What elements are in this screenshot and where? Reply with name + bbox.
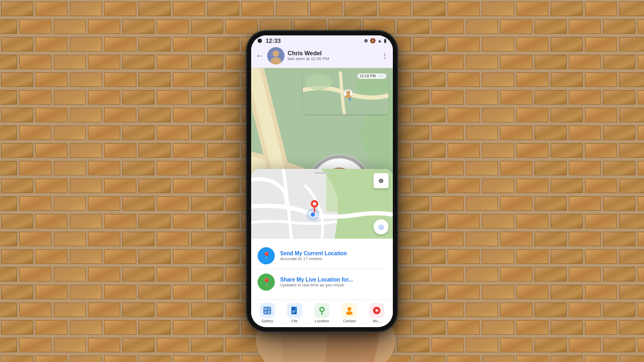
- location-options: 📍 Send My Current Location Accurate to 1…: [251, 239, 393, 299]
- svg-point-36: [321, 308, 324, 311]
- location-label: Location: [315, 319, 329, 323]
- nav-file[interactable]: File: [281, 303, 308, 323]
- nav-contact[interactable]: Contact: [336, 303, 363, 323]
- svg-point-17: [346, 91, 350, 95]
- map-top: 12:18 PM ✓✓: [303, 71, 389, 114]
- camera-dot: [258, 39, 262, 43]
- nav-music[interactable]: Mu...: [363, 303, 391, 323]
- send-current-location-option[interactable]: 📍 Send My Current Location Accurate to 1…: [258, 243, 386, 269]
- music-label: Mu...: [373, 319, 382, 323]
- live-location-subtitle: Updated in real time as you move: [280, 283, 386, 287]
- status-icons: ⊕ 🔕 ▲ ▮: [364, 38, 386, 43]
- sheet-map: ⊕ ◎: [251, 169, 393, 239]
- live-location-icon: 📍: [258, 274, 275, 291]
- svg-point-2: [273, 50, 279, 57]
- svg-point-14: [305, 74, 332, 90]
- svg-point-37: [348, 307, 352, 311]
- back-button[interactable]: ←: [255, 51, 264, 61]
- music-icon: [369, 303, 384, 318]
- map-timestamp: 12:18 PM ✓✓: [357, 73, 386, 79]
- sheet-drag-handle[interactable]: [314, 172, 330, 174]
- map-message-bubble: 12:18 PM ✓✓: [303, 71, 389, 114]
- contact-name: Chris Wedel: [288, 50, 378, 56]
- current-location-subtitle: Accurate to 17 meters: [280, 256, 386, 261]
- phone-device: 12:33 ⊕ 🔕 ▲ ▮ ←: [247, 31, 397, 331]
- contact-status: last seen at 12:20 PM: [288, 56, 378, 61]
- svg-rect-33: [292, 311, 296, 312]
- file-label: File: [291, 319, 297, 323]
- map-layers-button[interactable]: ⊕: [374, 173, 389, 188]
- gallery-label: Gallery: [261, 319, 273, 323]
- file-icon: [287, 303, 302, 318]
- svg-rect-31: [267, 311, 270, 314]
- phone-screen: 12:33 ⊕ 🔕 ▲ ▮ ←: [251, 35, 393, 327]
- svg-point-26: [313, 202, 316, 205]
- svg-rect-29: [268, 307, 270, 310]
- svg-point-38: [346, 311, 353, 315]
- more-options-button[interactable]: ⋮: [381, 51, 389, 60]
- phone-wrapper: 12:33 ⊕ 🔕 ▲ ▮ ←: [247, 31, 397, 331]
- battery-icon: ▮: [384, 38, 386, 43]
- current-location-title: Send My Current Location: [280, 250, 386, 256]
- bottom-nav: Gallery File Location: [251, 299, 393, 327]
- svg-point-19: [349, 98, 351, 100]
- my-location-button[interactable]: ◎: [374, 219, 389, 234]
- location-nav-icon: [314, 303, 330, 318]
- wifi-icon: ▲: [377, 38, 382, 43]
- status-time: 12:33: [266, 38, 281, 44]
- live-location-title: Share My Live Location for...: [280, 277, 386, 283]
- mute-icon: 🔕: [370, 38, 376, 43]
- sheet-map-svg: [251, 169, 393, 239]
- nav-location[interactable]: Location: [308, 303, 335, 323]
- contact-info: Chris Wedel last seen at 12:20 PM: [288, 50, 378, 61]
- svg-point-23: [311, 212, 315, 217]
- location-icon: ⊕: [364, 38, 368, 43]
- svg-rect-30: [264, 311, 267, 314]
- current-location-icon: 📍: [258, 247, 275, 264]
- current-location-text: Send My Current Location Accurate to 17 …: [280, 250, 386, 261]
- gallery-icon: [260, 303, 275, 318]
- share-live-location-option[interactable]: 📍 Share My Live Location for... Updated …: [258, 269, 386, 295]
- svg-point-18: [345, 94, 352, 98]
- location-sheet: ⊕ ◎ 📍 Send My Current Location Accurate …: [251, 169, 393, 327]
- contact-avatar: [267, 47, 284, 64]
- svg-rect-28: [264, 307, 267, 311]
- contact-label: Contact: [343, 319, 356, 323]
- chat-header: ← Chris Wedel last seen at 12:20 PM ⋮: [251, 45, 393, 68]
- nav-gallery[interactable]: Gallery: [253, 303, 281, 323]
- status-bar: 12:33 ⊕ 🔕 ▲ ▮: [251, 35, 393, 45]
- live-location-text: Share My Live Location for... Updated in…: [280, 277, 386, 287]
- contact-icon: [342, 303, 357, 318]
- svg-rect-34: [292, 312, 295, 313]
